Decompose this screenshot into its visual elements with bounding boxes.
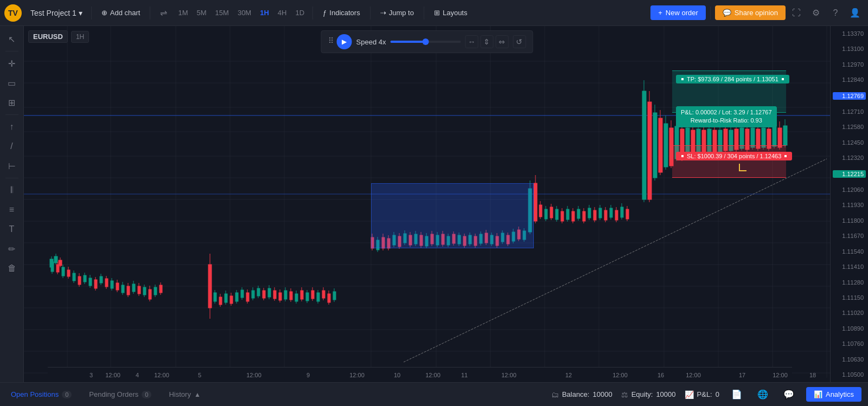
settings-button[interactable]: ⚙ xyxy=(807,4,825,22)
svg-rect-210 xyxy=(593,210,596,220)
drag-handle[interactable]: ⠿ xyxy=(328,36,333,47)
compare-button[interactable]: ⇌ xyxy=(155,4,172,22)
replay-speed: Speed 4x xyxy=(356,38,386,46)
fibonacci-tool[interactable]: 𝄃 xyxy=(3,182,21,199)
brush-tool[interactable]: ✏ xyxy=(3,240,21,257)
tf-1h[interactable]: 1H xyxy=(256,7,273,19)
history-tab[interactable]: History ▲ xyxy=(164,388,205,401)
price-12320: 1.12320 xyxy=(833,154,866,161)
svg-rect-228 xyxy=(653,113,657,178)
svg-rect-214 xyxy=(604,210,607,220)
jump-to-button[interactable]: ⇢ Jump to xyxy=(375,6,419,20)
history-label: History xyxy=(169,390,190,398)
svg-rect-32 xyxy=(50,259,53,267)
replay-reset-button[interactable]: ↺ xyxy=(513,35,526,48)
sidebar-divider-2 xyxy=(5,114,18,115)
indicators-button[interactable]: ƒ Indicators xyxy=(317,6,366,20)
svg-rect-72 xyxy=(143,287,146,295)
svg-rect-222 xyxy=(626,209,629,219)
price-10500: 1.10500 xyxy=(833,371,866,378)
magnet-tool[interactable]: ⊞ xyxy=(3,94,21,111)
indicators-label: Indicators xyxy=(329,9,360,17)
delete-tool[interactable]: 🗑 xyxy=(3,260,21,277)
project-name-button[interactable]: Test Project 1 ▾ xyxy=(26,7,87,20)
svg-rect-34 xyxy=(54,256,58,263)
tf-5m[interactable]: 5M xyxy=(193,7,210,19)
svg-rect-92 xyxy=(241,290,244,298)
step-forward-button[interactable]: ⇕ xyxy=(480,35,493,48)
tp-label[interactable]: TP: $973.69 / 284 points / 1.13051 xyxy=(676,75,789,83)
tf-1d[interactable]: 1D xyxy=(291,7,308,19)
trend-tool[interactable]: / xyxy=(3,138,21,155)
pnl-label[interactable]: P&L: 0.00002 / Lot: 3.29 / 1.12767 Rewar… xyxy=(676,106,777,127)
crosshair-tool[interactable]: ✛ xyxy=(3,55,21,72)
tf-4h[interactable]: 4H xyxy=(274,7,291,19)
add-chart-label: Add chart xyxy=(110,9,141,17)
price-12710: 1.12710 xyxy=(833,108,866,115)
svg-rect-44 xyxy=(67,270,70,276)
text-tool[interactable]: T xyxy=(3,221,21,238)
svg-rect-46 xyxy=(73,273,75,281)
sidebar-divider-1 xyxy=(5,51,18,51)
bottom-right: 🗂 Balance: 10000 ⚖ Equity: 10000 📈 P&L: … xyxy=(551,386,861,403)
help-button[interactable]: ? xyxy=(827,4,844,22)
chart-area[interactable]: EURUSD 1H ⠿ ▶ Speed 4x ↔ ⇕ ⇔ ↺ xyxy=(24,26,830,382)
symbol-tag: EURUSD 1H xyxy=(28,30,89,43)
price-12060: 1.12060 xyxy=(833,186,866,193)
time-axis: 3 12:00 4 12:00 5 12:00 9 12:00 10 12:00… xyxy=(48,367,792,382)
play-button[interactable]: ▶ xyxy=(337,34,352,49)
time-label-5-noon: 12:00 xyxy=(246,372,261,378)
blue-rectangle xyxy=(371,183,534,248)
time-label-4-noon: 12:00 xyxy=(154,372,169,378)
equity-value: 10000 xyxy=(656,390,675,398)
share-button[interactable]: 🌐 xyxy=(754,386,771,403)
replay-slider[interactable] xyxy=(390,41,461,43)
time-label-11-noon: 12:00 xyxy=(501,372,516,378)
new-order-button[interactable]: + New order xyxy=(650,5,706,20)
svg-rect-74 xyxy=(149,289,151,299)
price-10760: 1.10760 xyxy=(833,340,866,347)
chart-wrapper: EURUSD 1H ⠿ ▶ Speed 4x ↔ ⇕ ⇔ ↺ xyxy=(24,26,868,382)
cursor-tool[interactable]: ↖ xyxy=(3,30,21,48)
rectangle-tool[interactable]: ▭ xyxy=(3,74,21,92)
svg-rect-196 xyxy=(556,209,558,220)
export-button[interactable]: 📄 xyxy=(728,386,745,403)
arrow-up-tool[interactable]: ↑ xyxy=(3,118,21,136)
tf-1m[interactable]: 1M xyxy=(174,7,192,19)
wallet-icon: 🗂 xyxy=(551,390,559,399)
expand-button[interactable]: ⇔ xyxy=(495,35,508,48)
divider-5 xyxy=(424,7,424,20)
add-chart-button[interactable]: ⊕ Add chart xyxy=(96,6,146,20)
tf-15m[interactable]: 15M xyxy=(212,7,233,19)
sidebar-divider-3 xyxy=(5,178,18,178)
sl-label[interactable]: SL: $1000.39 / 304 points / 1.12463 xyxy=(676,152,792,160)
channel-tool[interactable]: ≡ xyxy=(3,201,21,218)
open-positions-tab[interactable]: Open Positions 0 xyxy=(7,388,76,401)
chat-button[interactable]: 💬 xyxy=(780,386,797,403)
share-opinion-button[interactable]: 💬 Share opinion xyxy=(715,5,786,20)
layouts-button[interactable]: ⊞ Layouts xyxy=(429,6,473,20)
fullscreen-button[interactable]: ⛶ xyxy=(788,4,805,22)
measure-tool[interactable]: ⊢ xyxy=(3,157,21,175)
analytics-button[interactable]: 📊 Analytics xyxy=(806,387,861,402)
pending-orders-tab[interactable]: Pending Orders 0 xyxy=(85,388,156,401)
svg-rect-226 xyxy=(648,102,652,199)
pnl-label: P&L: xyxy=(697,390,712,398)
tf-30m[interactable]: 30M xyxy=(234,7,255,19)
price-13370: 1.13370 xyxy=(833,30,866,37)
price-11150: 1.11150 xyxy=(833,294,866,301)
layouts-label: Layouts xyxy=(443,9,468,17)
pnl-value: 0 xyxy=(716,390,719,398)
plus-icon: ⊕ xyxy=(101,9,107,17)
svg-rect-50 xyxy=(84,275,86,282)
svg-rect-106 xyxy=(279,293,282,300)
svg-rect-220 xyxy=(621,207,623,217)
scale-icon: ⚖ xyxy=(621,390,628,399)
price-11930: 1.11930 xyxy=(833,202,866,208)
step-back-button[interactable]: ↔ xyxy=(465,35,478,48)
svg-rect-112 xyxy=(295,294,298,301)
price-10890: 1.10890 xyxy=(833,325,866,332)
svg-rect-36 xyxy=(59,260,62,266)
time-label-16: 16 xyxy=(658,372,664,378)
account-button[interactable]: 👤 xyxy=(846,4,864,22)
